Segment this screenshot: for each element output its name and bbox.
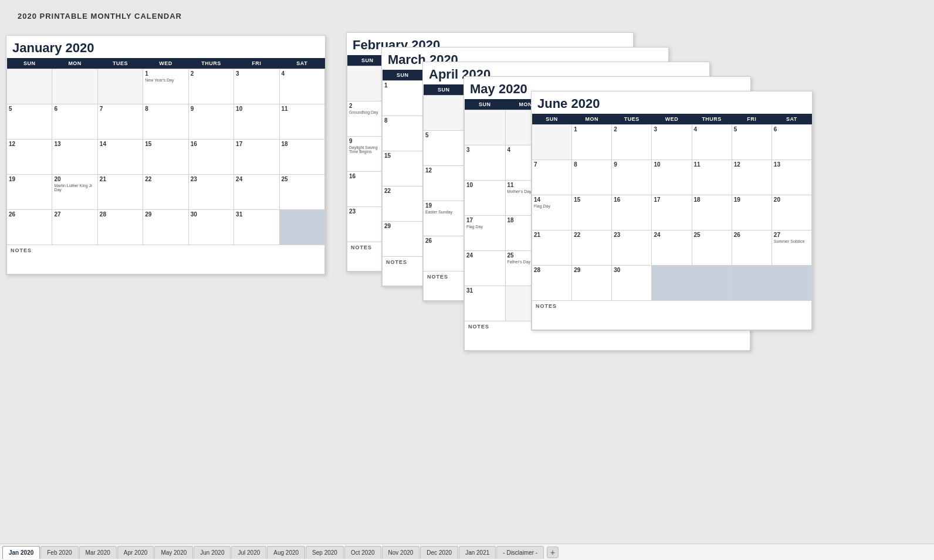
table-row: 9 xyxy=(188,104,234,140)
table-row: 2 xyxy=(188,69,234,104)
table-row: 8 xyxy=(143,104,188,140)
table-row: 3 xyxy=(234,69,279,104)
table-row: 7 xyxy=(97,104,143,140)
table-row: 21 xyxy=(97,175,143,210)
table-row: 14 xyxy=(97,140,143,175)
table-row: 26 xyxy=(7,210,52,245)
tab-sep-2020[interactable]: Sep 2020 xyxy=(306,546,344,559)
tab-bar: Jan 2020 Feb 2020 Mar 2020 Apr 2020 May … xyxy=(0,544,934,560)
table-row: 31 xyxy=(234,210,279,245)
table-row: 19 xyxy=(7,175,52,210)
add-sheet-button[interactable]: + xyxy=(547,547,559,558)
table-row: 18 xyxy=(279,140,324,175)
table-row: 1New Year's Day xyxy=(143,69,188,104)
page-title: 2020 PRINTABLE MONTHLY CALENDAR xyxy=(18,12,916,21)
table-row: 13 xyxy=(52,140,97,175)
table-row: 11 xyxy=(279,104,324,140)
tab-jul-2020[interactable]: Jul 2020 xyxy=(231,546,266,559)
table-row: 24 xyxy=(234,175,279,210)
day-header-mon: MON xyxy=(52,58,97,69)
table-row: 17 xyxy=(234,140,279,175)
table-row xyxy=(97,69,143,104)
table-row xyxy=(52,69,97,104)
tab-may-2020[interactable]: May 2020 xyxy=(154,546,193,559)
tab-mar-2020[interactable]: Mar 2020 xyxy=(79,546,117,559)
table-row: 15 xyxy=(143,140,188,175)
table-row: 29 xyxy=(143,210,188,245)
table-row xyxy=(7,69,52,104)
day-header-fri: FRI xyxy=(234,58,279,69)
calendar-june: June 2020 SUN MON TUES WED THURS FRI SAT… xyxy=(531,91,813,331)
notes-section: NOTES xyxy=(7,245,325,274)
tab-aug-2020[interactable]: Aug 2020 xyxy=(267,546,305,559)
day-header-thu: THURS xyxy=(188,58,234,69)
tab-jun-2020[interactable]: Jun 2020 xyxy=(194,546,231,559)
table-row: 27 xyxy=(52,210,97,245)
table-row: 4 xyxy=(279,69,324,104)
table-row: 30 xyxy=(188,210,234,245)
table-row: 16 xyxy=(188,140,234,175)
table-row: 23 xyxy=(188,175,234,210)
table-row: 10 xyxy=(234,104,279,140)
table-row: 25 xyxy=(279,175,324,210)
tab-nov-2020[interactable]: Nov 2020 xyxy=(382,546,420,559)
tab-apr-2020[interactable]: Apr 2020 xyxy=(117,546,154,559)
day-header-sun: SUN xyxy=(7,58,52,69)
day-header-tue: TUES xyxy=(97,58,143,69)
table-row: 22 xyxy=(143,175,188,210)
tab-jan-2020[interactable]: Jan 2020 xyxy=(2,546,40,559)
day-header-wed: WED xyxy=(143,58,188,69)
day-header-sat: SAT xyxy=(279,58,324,69)
tab-disclaimer[interactable]: - Disclaimer - xyxy=(496,546,544,559)
tab-feb-2020[interactable]: Feb 2020 xyxy=(40,546,78,559)
january-title: January 2020 xyxy=(6,36,325,58)
tab-jan-2021[interactable]: Jan 2021 xyxy=(459,546,496,559)
table-row xyxy=(279,210,324,245)
table-row: 28 xyxy=(97,210,143,245)
table-row: 6 xyxy=(52,104,97,140)
table-row: 12 xyxy=(7,140,52,175)
table-row: 5 xyxy=(7,104,52,140)
table-row: 20Martin Luther King Jr Day xyxy=(52,175,97,210)
tab-oct-2020[interactable]: Oct 2020 xyxy=(344,546,381,559)
calendar-january: January 2020 SUN MON TUES WED THURS FRI … xyxy=(6,35,326,275)
june-title: June 2020 xyxy=(532,91,812,114)
tab-dec-2020[interactable]: Dec 2020 xyxy=(420,546,458,559)
main-content: 2020 PRINTABLE MONTHLY CALENDAR January … xyxy=(0,0,934,544)
